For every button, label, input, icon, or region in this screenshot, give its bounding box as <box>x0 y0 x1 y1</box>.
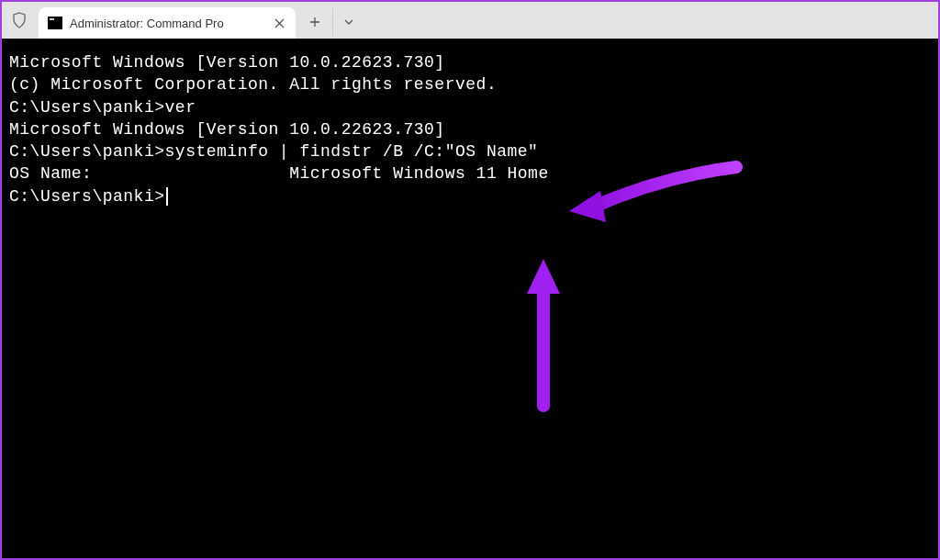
output-line: OS Name: Microsoft Windows 11 Home <box>9 162 931 185</box>
titlebar: Administrator: Command Pro <box>2 2 938 39</box>
terminal-cursor <box>166 187 168 206</box>
cmd-icon <box>48 17 62 29</box>
close-icon[interactable] <box>272 16 286 30</box>
shield-icon <box>11 12 28 28</box>
tab-dropdown-button[interactable] <box>332 8 364 36</box>
annotation-arrow-bottom <box>516 250 571 415</box>
output-line: Microsoft Windows [Version 10.0.22623.73… <box>9 118 931 140</box>
prompt-line: C:\Users\panki>systeminfo | findstr /B /… <box>9 140 931 162</box>
prompt-line: C:\Users\panki>ver <box>9 96 931 118</box>
new-tab-button[interactable] <box>299 8 330 36</box>
output-line: Microsoft Windows [Version 10.0.22623.73… <box>9 51 931 73</box>
tab-actions <box>299 8 364 36</box>
annotation-arrow-top <box>553 158 755 231</box>
terminal-output[interactable]: Microsoft Windows [Version 10.0.22623.73… <box>2 39 938 558</box>
prompt-line: C:\Users\panki> <box>9 185 931 207</box>
tab-command-prompt[interactable]: Administrator: Command Pro <box>39 7 296 39</box>
tab-title: Administrator: Command Pro <box>70 17 264 30</box>
output-line: (c) Microsoft Corporation. All rights re… <box>9 73 931 95</box>
